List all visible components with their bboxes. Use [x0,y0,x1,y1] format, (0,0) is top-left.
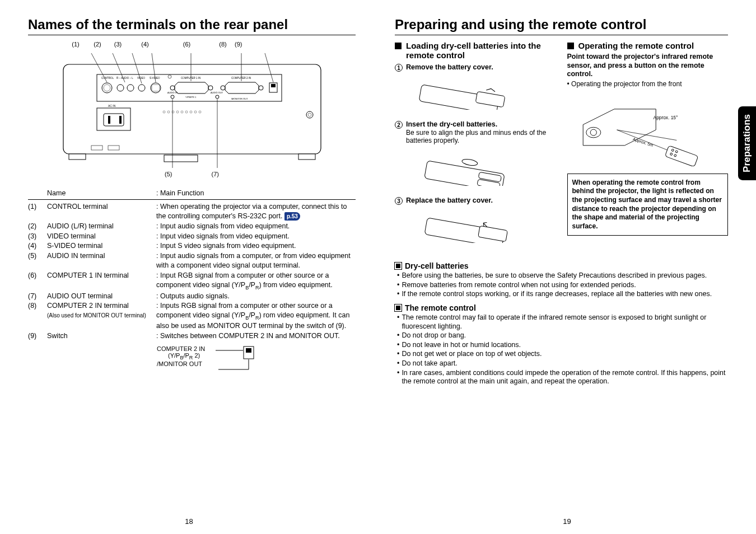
svg-rect-35 [271,84,276,87]
rear-panel-diagram: (1) (2) (3) (4) (6) (8) (9) [28,41,356,177]
list-item: In rare cases, ambient conditions could … [402,369,728,386]
svg-text:AC IN: AC IN [108,104,116,107]
th-name: Name [47,189,156,198]
operating-remote-section: Operating the remote control Point towar… [567,41,729,250]
svg-rect-39 [119,116,122,124]
right-title: Preparing and using the remote control [395,17,728,35]
svg-text:Approx. 5m: Approx. 5m [632,137,654,148]
svg-point-23 [208,86,213,90]
projector-rear-svg: CONTROL R – AUDIO – L VIDEO S-VIDEO [52,48,332,171]
svg-point-12 [104,85,110,91]
table-row: (1) CONTROL terminal : When operating th… [28,202,356,221]
step-1-icon: 1 [395,64,403,72]
table-row: (4)S-VIDEO terminal: Input S video signa… [28,241,356,251]
svg-rect-38 [108,116,110,124]
svg-rect-47 [108,146,119,150]
right-page: Preparing and using the remote control L… [378,0,756,534]
list-item: If the remote control stops working, or … [402,290,712,299]
svg-text:Approx. 15°: Approx. 15° [653,115,678,120]
table-row: (8) COMPUTER 2 IN terminal(Also used for… [28,301,356,330]
svg-rect-46 [91,146,102,150]
section-tab: Preparations [738,106,756,180]
insert-batteries-illustration [406,152,540,186]
table-row: (3)VIDEO terminal: Input video signals f… [28,232,356,241]
page-number-left: 18 [185,517,193,526]
callout-7: (7) [212,171,219,177]
list-item: Do not drop or bang. [402,331,466,340]
notes-section: Dry-cell batteries •Before using the bat… [395,261,728,386]
svg-point-16 [138,85,145,91]
th-func: : Main Function [156,189,356,198]
step-3-icon: 3 [395,197,403,205]
svg-text:Y/PB/PR 1: Y/PB/PR 1 [185,96,197,99]
step-2-icon: 2 [395,121,403,129]
svg-rect-43 [69,154,86,160]
svg-rect-45 [164,155,198,162]
left-title: Names of the terminals on the rear panel [28,17,356,35]
svg-rect-44 [298,154,315,160]
svg-text:/MONITOR OUT: /MONITOR OUT [231,97,248,100]
callout-8: (8) [211,41,235,48]
table-row: (6)COMPUTER 1 IN terminal: Input RGB sig… [28,271,356,291]
replace-cover-illustration [406,209,540,243]
svg-text:R – AUDIO – L: R – AUDIO – L [116,77,133,79]
svg-text:COMPUTER 1 IN: COMPUTER 1 IN [181,77,200,79]
callout-6: (6) [162,41,211,48]
callout-2: (2) [87,41,108,48]
svg-point-30 [221,86,225,90]
table-row: (7)AUDIO OUT terminal: Outputs audio sig… [28,292,356,301]
list-item: The remote control may fail to operate i… [402,313,728,331]
list-item: Before using the batteries, be sure to o… [402,271,707,280]
svg-rect-75 [665,146,698,166]
table-row: (5)AUDIO IN terminal: Input audio signal… [28,251,356,270]
svg-rect-19 [152,85,160,91]
loading-batteries-section: Loading dry-cell batteries into the remo… [395,41,556,250]
terminal-table: Name : Main Function (1) CONTROL termina… [28,189,356,341]
page-ref-badge: p.53 [284,212,300,221]
svg-point-26 [171,95,174,99]
remove-cover-illustration [406,76,540,110]
svg-point-42 [308,113,311,116]
square-bullet-icon [395,43,402,49]
svg-point-31 [259,86,263,90]
table-row: (2)AUDIO (L/R) terminal: Input audio sig… [28,222,356,231]
svg-point-21 [168,75,171,78]
lbl-control: CONTROL [101,77,114,79]
list-item: Do not take apart. [402,359,457,368]
svg-point-22 [170,86,175,90]
svg-text:AUDIO OUT: AUDIO OUT [211,91,223,94]
callout-3: (3) [108,41,128,48]
left-page: Names of the terminals on the rear panel… [0,0,378,534]
callout-9: (9) [235,41,242,48]
callout-4: (4) [128,41,162,48]
svg-text:COMPUTER 2 IN: COMPUTER 2 IN [231,77,251,79]
projector-remote-illustration: Approx. 15° Approx. 5m [567,93,718,166]
svg-point-13 [117,85,124,91]
switch-label-bot: /MONITOR OUT [157,360,356,367]
svg-text:AUDIO IN: AUDIO IN [167,91,178,94]
page-number-right: 19 [563,517,571,526]
list-item: Do not leave in hot or humid locations. [402,341,521,350]
switch-label-top: COMPUTER 2 IN [157,345,356,352]
note-bullet-icon [395,305,402,311]
table-row: (9)Switch: Switches between COMPUTER 2 I… [28,331,356,341]
svg-point-28 [216,95,219,99]
svg-text:VIDEO: VIDEO [137,77,146,79]
list-item: Remove batteries from remote control whe… [402,281,636,290]
note-box: When operating the remote control from b… [567,174,729,236]
callout-1: (1) [64,41,87,48]
svg-point-71 [590,129,596,135]
switch-diagram: COMPUTER 2 IN (Y/PB/PR 2) /MONITOR OUT [157,344,356,398]
list-item: Do not get wet or place on top of wet ob… [402,350,542,359]
svg-point-14 [127,85,134,91]
note-bullet-icon [395,263,402,269]
square-bullet-icon [567,43,574,49]
callout-5: (5) [165,171,172,177]
svg-point-67 [461,158,478,167]
